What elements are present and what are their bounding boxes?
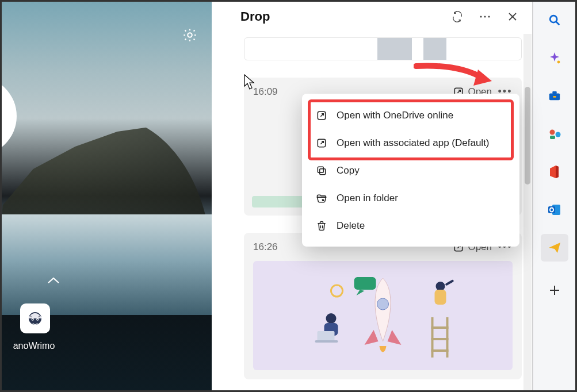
copy-icon — [316, 165, 327, 176]
svg-point-6 — [480, 16, 482, 17]
svg-point-22 — [436, 282, 445, 291]
ctx-label: Open in folder — [337, 193, 398, 204]
chevron-up-icon[interactable] — [47, 276, 60, 287]
context-menu: Open with OneDrive online Open with asso… — [302, 94, 519, 247]
games-icon — [548, 128, 561, 140]
svg-point-0 — [188, 33, 192, 37]
sparkle-icon — [548, 51, 561, 65]
sidebar-office[interactable] — [541, 158, 568, 186]
svg-rect-30 — [318, 167, 323, 172]
svg-point-36 — [549, 130, 555, 135]
preview-segment — [377, 38, 412, 60]
ctx-label: Copy — [337, 165, 360, 176]
open-external-icon — [316, 137, 327, 149]
sidebar-search[interactable] — [541, 6, 568, 34]
svg-rect-16 — [315, 340, 338, 343]
ctx-label: Open with associated app (Default) — [337, 137, 490, 149]
search-icon — [548, 14, 561, 26]
svg-rect-15 — [318, 331, 335, 341]
trash-icon — [316, 220, 327, 232]
sidebar-outlook[interactable] — [541, 196, 568, 224]
sidebar-discover[interactable] — [541, 44, 568, 72]
close-button[interactable] — [501, 5, 524, 28]
svg-point-5 — [37, 319, 38, 320]
folder-open-icon — [316, 193, 327, 204]
svg-point-31 — [550, 16, 557, 22]
app-frame: { "desktop": { "icon_label": "anoWrimo" … — [0, 0, 577, 392]
svg-rect-19 — [431, 326, 449, 329]
scrollbar[interactable] — [523, 34, 532, 390]
peek-previous-card[interactable] — [244, 37, 522, 60]
ctx-open-folder[interactable]: Open in folder — [309, 185, 513, 212]
ctx-open-default-app[interactable]: Open with associated app (Default) — [309, 129, 513, 157]
drop-send-icon — [548, 241, 561, 254]
outlook-icon — [548, 203, 561, 216]
edge-sidebar — [533, 2, 575, 390]
drop-card[interactable]: 16:26 Open ••• — [244, 233, 522, 379]
svg-rect-26 — [354, 277, 376, 290]
preview-segment — [423, 38, 446, 60]
sidebar-add[interactable] — [541, 276, 568, 304]
desktop-app-label: anoWrimo — [6, 341, 62, 351]
sidebar-tools[interactable] — [541, 82, 568, 110]
open-external-icon — [316, 110, 327, 121]
sidebar-games[interactable] — [541, 120, 568, 148]
ctx-delete[interactable]: Delete — [309, 212, 513, 240]
svg-point-4 — [32, 319, 33, 320]
drop-title: Drop — [240, 9, 441, 24]
scrollbar-thumb[interactable] — [525, 87, 530, 185]
gear-icon[interactable] — [182, 27, 198, 43]
add-icon — [549, 285, 560, 296]
widget-edge[interactable] — [2, 76, 17, 156]
svg-point-7 — [484, 16, 486, 17]
briefcase-icon — [548, 90, 561, 102]
card-image-preview — [253, 261, 513, 370]
panel-more-button[interactable] — [473, 5, 496, 28]
svg-point-37 — [555, 132, 560, 137]
ctx-label: Open with OneDrive online — [337, 110, 453, 121]
drop-header: Drop — [212, 2, 532, 34]
svg-rect-38 — [550, 136, 555, 139]
svg-point-12 — [377, 298, 389, 310]
svg-rect-21 — [431, 349, 449, 352]
svg-point-32 — [557, 61, 560, 64]
svg-point-13 — [326, 313, 337, 324]
sidebar-drop[interactable] — [541, 234, 568, 262]
desktop-app-icon[interactable] — [20, 303, 50, 333]
ctx-open-onedrive[interactable]: Open with OneDrive online — [309, 102, 513, 129]
svg-rect-34 — [552, 91, 556, 94]
svg-rect-20 — [431, 338, 449, 340]
refresh-button[interactable] — [446, 5, 469, 28]
ctx-label: Delete — [337, 220, 365, 232]
desktop-wallpaper: anoWrimo — [2, 2, 212, 390]
svg-rect-23 — [435, 290, 446, 305]
svg-rect-29 — [320, 169, 326, 175]
ctx-copy[interactable]: Copy — [309, 157, 513, 185]
svg-rect-35 — [553, 96, 556, 98]
office-icon — [549, 165, 560, 179]
svg-point-8 — [488, 16, 490, 17]
